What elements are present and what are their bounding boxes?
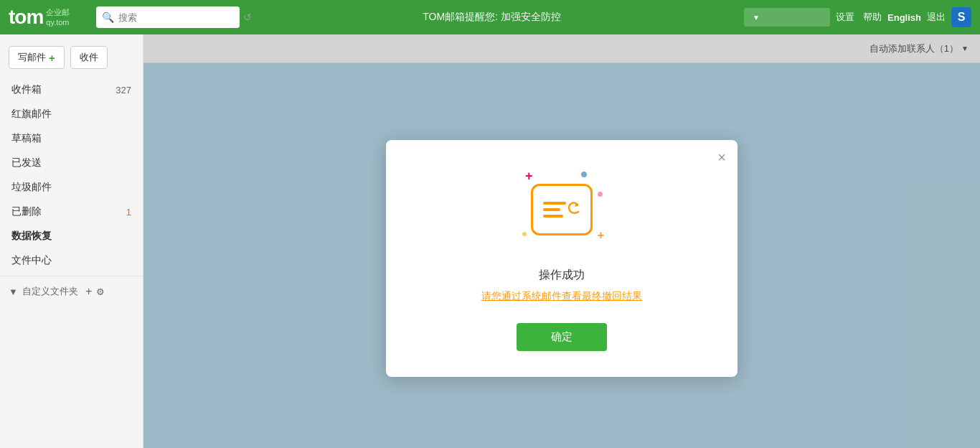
custom-folder-row: ▼ 自定义文件夹 + ⚙ <box>0 279 143 304</box>
folder-add-icon[interactable]: + <box>85 285 92 298</box>
sidebar-item-label: 数据恢复 <box>11 230 52 243</box>
sidebar-item-label: 红旗邮件 <box>11 108 52 121</box>
sidebar-item-data-recovery[interactable]: 数据恢复 <box>0 224 143 248</box>
header-notice: TOM邮箱提醒您: 加强安全防控 <box>248 11 735 24</box>
sidebar: 写邮件 + 收件 收件箱 327 红旗邮件 草稿箱 已发送 垃圾邮件 已删除 1 <box>0 34 143 448</box>
deco-dot-blue <box>581 172 587 177</box>
search-bar: 🔍 ↺ <box>96 6 240 28</box>
sidebar-item-label: 文件中心 <box>11 254 52 267</box>
deleted-badge: 1 <box>126 207 131 218</box>
success-modal: × + + <box>386 140 738 377</box>
deco-plus-br: + <box>598 229 604 242</box>
sidebar-item-label: 草稿箱 <box>11 132 42 145</box>
modal-link[interactable]: 请您通过系统邮件查看最终撤回结果 <box>481 290 642 303</box>
sidebar-item-deleted[interactable]: 已删除 1 <box>0 200 143 224</box>
compose-button[interactable]: 写邮件 + <box>9 46 65 69</box>
deco-plus-tl: + <box>525 169 533 184</box>
icon-line-3 <box>543 215 563 218</box>
logo-sub: 企业邮 qy.tom <box>46 7 70 28</box>
logo-area: tom 企业邮 qy.tom <box>9 6 88 29</box>
modal-confirm-button[interactable]: 确定 <box>517 323 607 351</box>
deco-dot-pink <box>598 192 603 197</box>
sidebar-item-inbox[interactable]: 收件箱 327 <box>0 78 143 102</box>
folder-settings-icon[interactable]: ⚙ <box>96 286 105 297</box>
modal-wrapper: × + + <box>143 69 980 448</box>
inbox-button[interactable]: 收件 <box>70 46 108 69</box>
sidebar-item-flagged[interactable]: 红旗邮件 <box>0 102 143 126</box>
user-display-box[interactable]: ▼ <box>744 8 830 27</box>
settings-button[interactable]: 设置 <box>833 9 857 25</box>
user-dropdown-icon: ▼ <box>753 14 760 22</box>
header: tom 企业邮 qy.tom 🔍 ↺ TOM邮箱提醒您: 加强安全防控 ▼ 设置… <box>0 0 980 34</box>
modal-title: 操作成功 <box>539 268 585 283</box>
header-user-area: ▼ 设置 帮助 English 退出 S <box>744 7 971 27</box>
sidebar-item-drafts[interactable]: 草稿箱 <box>0 126 143 151</box>
custom-folder-label: 自定义文件夹 <box>22 285 78 298</box>
logout-button[interactable]: 退出 <box>924 9 948 25</box>
compose-plus-icon: + <box>49 52 55 64</box>
search-icon: 🔍 <box>102 11 114 23</box>
success-icon-area: + + <box>515 163 608 256</box>
main-area: 写邮件 + 收件 收件箱 327 红旗邮件 草稿箱 已发送 垃圾邮件 已删除 1 <box>0 34 980 448</box>
sidebar-item-file-center[interactable]: 文件中心 <box>0 248 143 273</box>
sidebar-divider <box>0 276 143 276</box>
s-icon-label: S <box>958 11 966 24</box>
s-icon-button[interactable]: S <box>951 7 971 27</box>
sidebar-btn-row: 写邮件 + 收件 <box>0 40 143 78</box>
sidebar-item-label: 已删除 <box>11 205 42 218</box>
modal-close-button[interactable]: × <box>717 150 726 164</box>
folder-toggle-icon[interactable]: ▼ <box>9 286 18 297</box>
inbox-badge: 327 <box>116 85 131 95</box>
search-input[interactable] <box>118 12 239 23</box>
deco-dot-yellow <box>522 232 527 236</box>
undo-arrow-icon <box>563 197 583 222</box>
sidebar-item-label: 垃圾邮件 <box>11 181 52 194</box>
icon-line-2 <box>543 208 560 211</box>
language-button[interactable]: English <box>887 12 921 23</box>
content-area: 自动添加联系人（1） ▼ × + + <box>143 34 980 448</box>
logo-tom: tom <box>9 6 43 29</box>
sidebar-item-label: 已发送 <box>11 157 42 169</box>
help-button[interactable]: 帮助 <box>860 9 885 25</box>
undo-icon-box <box>531 184 593 235</box>
sidebar-item-label: 收件箱 <box>11 83 42 96</box>
sidebar-item-spam[interactable]: 垃圾邮件 <box>0 175 143 200</box>
sidebar-item-sent[interactable]: 已发送 <box>0 151 143 175</box>
